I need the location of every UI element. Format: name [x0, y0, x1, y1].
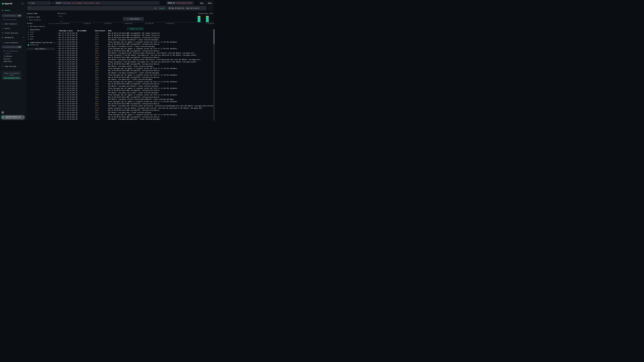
resume-live-tail-button[interactable]: Resume Live Tail [127, 28, 144, 30]
filter-option-warn[interactable]: warn [30, 38, 33, 40]
row-expand-chevron-icon[interactable] [56, 116, 57, 117]
table-row[interactable]: May 16 11:38:40.683 AMinfoASL Module "co… [56, 98, 213, 100]
table-row[interactable]: May 16 11:38:40.683 AMinfoASL Module "co… [56, 39, 213, 41]
table-row[interactable]: May 16 11:38:40.683 AMinfoASL Module "co… [56, 58, 213, 61]
table-row[interactable]: May 16 11:38:40.683 AMwarnMay 16 00:30:0… [56, 83, 213, 85]
row-expand-chevron-icon[interactable] [56, 85, 57, 86]
table-row[interactable]: May 16 11:38:40.683 AMinfoThose messages… [56, 87, 213, 89]
table-row[interactable]: May 16 11:38:40.683 AMwarnMay 16 00:30:0… [56, 43, 213, 45]
sidebar-item-alerts[interactable]: Alerts [0, 27, 26, 30]
lang-sql-toggle[interactable]: SQL [154, 7, 157, 9]
row-expand-chevron-icon[interactable] [56, 57, 57, 58]
table-row[interactable]: May 16 11:38:40.683 AMerrorOutput parame… [56, 107, 213, 109]
run-query-button[interactable] [209, 6, 213, 10]
sidebar-item-client-sessions[interactable]: Client Sessions [0, 31, 26, 34]
row-expand-chevron-icon[interactable] [56, 94, 57, 95]
row-expand-chevron-icon[interactable] [56, 52, 57, 53]
row-expand-chevron-icon[interactable] [56, 59, 57, 60]
row-expand-chevron-icon[interactable] [56, 41, 57, 42]
table-row[interactable]: May 16 11:38:40.683 AMwarnMay 16 00:30:0… [56, 50, 213, 52]
checkbox-system.log[interactable] [28, 44, 29, 46]
sidebar-collapse-icon[interactable] [22, 3, 24, 4]
filter-option-info[interactable]: info [30, 34, 33, 35]
table-row[interactable]: May 16 11:38:40.683 AMinfoASL Module "co… [56, 52, 213, 54]
row-expand-chevron-icon[interactable] [56, 99, 57, 99]
row-expand-chevron-icon[interactable] [56, 50, 57, 51]
table-row[interactable]: May 16 11:38:40.683 AMinfoASL Module "co… [56, 111, 213, 114]
presets-toggle[interactable]: PRESETS [3, 53, 12, 54]
row-expand-chevron-icon[interactable] [56, 70, 57, 71]
filter-group-severity[interactable]: SeverityText [28, 29, 40, 30]
row-expand-chevron-icon[interactable] [56, 61, 57, 62]
order-by-input[interactable]: ORDER BY TimestampTime DESC [166, 1, 194, 5]
scrollbar-track[interactable] [213, 29, 215, 121]
row-expand-chevron-icon[interactable] [56, 79, 57, 80]
row-expand-chevron-icon[interactable] [56, 112, 57, 113]
row-expand-chevron-icon[interactable] [56, 105, 57, 106]
table-row[interactable]: May 16 11:38:40.683 AMerrorOutput parame… [56, 54, 213, 56]
row-expand-chevron-icon[interactable] [56, 48, 57, 49]
row-expand-chevron-icon[interactable] [56, 43, 57, 44]
filter-option-trace[interactable]: trace [30, 36, 34, 37]
table-row[interactable]: May 16 11:38:40.683 AMtraceASL Module "c… [56, 118, 213, 120]
table-row[interactable]: May 16 11:38:40.683 AMerrorOutput parame… [56, 61, 213, 63]
row-expand-chevron-icon[interactable] [56, 35, 57, 36]
date-range-picker[interactable]: May 16 08:41:51 - May 16 11:41:51 [167, 6, 206, 10]
select-clause-input[interactable]: SELECT Timestamp, ServiceName, SeverityT… [54, 1, 160, 5]
row-expand-chevron-icon[interactable] [56, 114, 57, 115]
table-row[interactable]: May 16 11:38:40.683 AMinfoThose messages… [56, 41, 213, 43]
clear-all-link[interactable]: Clear all [48, 23, 56, 24]
row-expand-chevron-icon[interactable] [56, 81, 57, 82]
create-dashboard-button[interactable]: + Create Dashboard [3, 42, 18, 43]
column-resize-handle[interactable]: ⋮ [107, 30, 108, 31]
table-row[interactable]: May 16 11:38:40.683 AMwarnMay 16 00:30:0… [56, 116, 213, 118]
table-row[interactable]: May 16 11:38:40.683 AMinfoASL Module "co… [56, 78, 213, 80]
sidebar-item-team-settings[interactable]: Team Settings [0, 65, 26, 68]
row-expand-chevron-icon[interactable] [56, 110, 57, 110]
row-expand-chevron-icon[interactable] [56, 90, 57, 91]
table-row[interactable]: May 16 11:38:40.683 AMinfoASL Module "co… [56, 72, 213, 74]
mode-event-patterns[interactable]: Event Patterns [29, 19, 41, 21]
row-expand-chevron-icon[interactable] [56, 68, 57, 69]
table-row[interactable]: May 16 11:38:40.683 AMwarnMay 16 00:30:0… [56, 109, 213, 111]
row-expand-chevron-icon[interactable] [56, 77, 57, 77]
user-account-chip[interactable]: D demos@clickhouse.com demos@clickhouse.… [1, 115, 25, 120]
table-row[interactable]: May 16 11:38:40.683 AMinfoASL Module "co… [56, 92, 213, 94]
save-button[interactable]: Save [199, 1, 205, 5]
saved-searches-input[interactable]: Saved Searches ⌘ K [2, 14, 22, 17]
checkbox-info[interactable] [28, 34, 29, 35]
table-row[interactable]: May 16 11:38:40.683 AMwarnMay 16 00:30:0… [56, 89, 213, 91]
row-expand-chevron-icon[interactable] [56, 88, 57, 88]
table-row[interactable]: May 16 11:38:40.683 AMinfoThose messages… [56, 94, 213, 96]
preset-item-services[interactable]: Services [4, 58, 10, 60]
column-resize-handle[interactable]: ⋮ [94, 30, 95, 31]
row-expand-chevron-icon[interactable] [56, 63, 57, 64]
view-events-button[interactable]: View Events [123, 17, 144, 21]
histogram-bar[interactable] [206, 16, 209, 22]
sidebar-item-chart-explorer[interactable]: Chart Explorer [0, 22, 26, 25]
checkbox-trace[interactable] [28, 36, 29, 37]
row-expand-chevron-icon[interactable] [56, 46, 57, 47]
row-expand-chevron-icon[interactable] [56, 72, 57, 73]
column-header-severitytext[interactable]: SeverityText [95, 30, 105, 31]
table-row[interactable]: May 16 11:38:40.683 AMinfoThose messages… [56, 81, 213, 83]
row-expand-chevron-icon[interactable] [56, 39, 57, 40]
filter-group-logattributes[interactable]: LogAttributes['log.file.nam [28, 42, 52, 43]
sidebar-item-dashboards[interactable]: Dashboards [0, 36, 26, 39]
table-row[interactable]: May 16 11:38:40.683 AMwarnMay 16 00:30:0… [56, 76, 213, 78]
table-row[interactable]: May 16 11:38:40.683 AMinfoThose messages… [56, 74, 213, 76]
table-row[interactable]: May 16 11:38:40.683 AMwarnMay 16 00:30:0… [56, 36, 213, 39]
row-expand-chevron-icon[interactable] [56, 118, 57, 119]
table-options-icon[interactable]: ⋮ [212, 30, 213, 31]
table-row[interactable]: May 16 11:38:40.683 AMinfoASL Module "co… [56, 45, 213, 47]
preset-item-kubernetes[interactable]: Kubernetes [4, 61, 12, 62]
table-row[interactable]: May 16 11:38:40.683 AMinfoThose messages… [56, 47, 213, 50]
histogram-bar[interactable] [198, 16, 200, 22]
help-button[interactable]: ? [1, 111, 4, 114]
filter-option-error[interactable]: error [30, 31, 34, 33]
checkbox-error[interactable] [28, 31, 29, 33]
lang-lucene-toggle[interactable]: Lucene [159, 7, 164, 9]
row-expand-chevron-icon[interactable] [56, 103, 57, 104]
source-select[interactable]: Logs [27, 1, 50, 5]
table-row[interactable]: May 16 11:38:40.683 AMinfoMay 16 00:06:0… [56, 34, 213, 36]
